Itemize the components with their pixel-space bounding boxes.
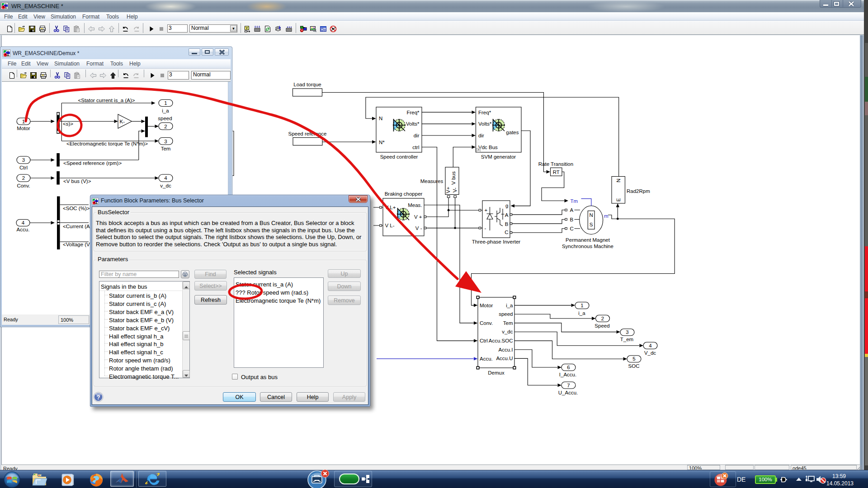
svg-text:?: ? (97, 394, 100, 401)
